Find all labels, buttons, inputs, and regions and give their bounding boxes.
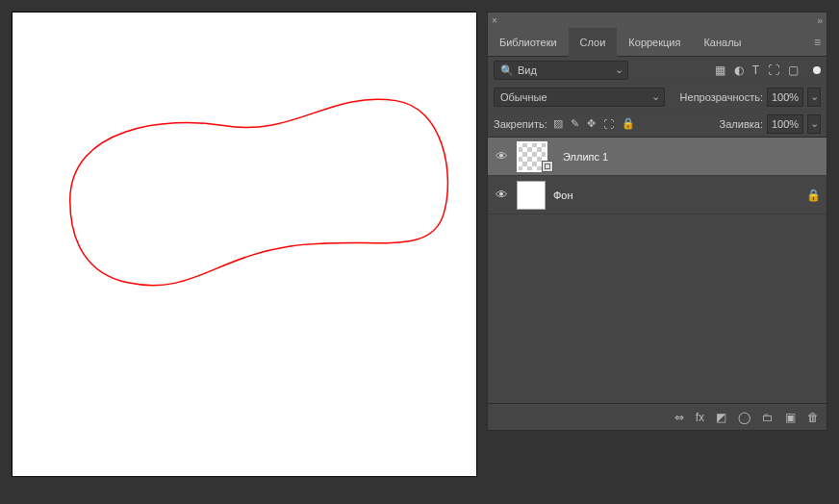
lock-icons: ▨ ✎ ✥ ⛶ 🔒 [553, 117, 635, 130]
filter-shape-icon[interactable]: ⛶ [768, 63, 779, 77]
visibility-icon[interactable]: 👁 [494, 149, 509, 164]
adjustment-layer-icon[interactable]: ◯ [738, 411, 750, 424]
layer-filter-select[interactable]: 🔍 Вид [494, 61, 628, 80]
layers-panel: × » Библиотеки Слои Коррекция Каналы ≡ 🔍… [487, 12, 827, 431]
lock-icon[interactable]: 🔒 [806, 189, 821, 202]
lock-label: Закрепить: [494, 118, 547, 130]
lock-transparency-icon[interactable]: ▨ [553, 117, 563, 130]
layer-thumbnail[interactable] [517, 181, 546, 210]
layer-filter-row: 🔍 Вид ▦ ◐ T ⛶ ▢ [488, 57, 826, 84]
blend-row: Обычные Непрозрачность: 100% ⌄ [488, 84, 826, 111]
blend-mode-select[interactable]: Обычные [494, 88, 665, 107]
group-icon[interactable]: 🗀 [762, 411, 774, 424]
filter-toggle-icon[interactable] [813, 66, 821, 74]
fx-icon[interactable]: fx [696, 411, 704, 424]
layer-name[interactable]: Эллипс 1 [563, 151, 821, 163]
lock-artboard-icon[interactable]: ⛶ [603, 118, 614, 130]
filter-image-icon[interactable]: ▦ [715, 63, 725, 77]
tab-correction[interactable]: Коррекция [617, 28, 692, 57]
fill-stepper[interactable]: ⌄ [807, 114, 821, 134]
layer-name[interactable]: Фон [553, 189, 799, 201]
layers-list: 👁 Эллипс 1 👁 Фон 🔒 [488, 138, 826, 403]
opacity-value[interactable]: 100% [767, 88, 803, 107]
filter-text-icon[interactable]: T [752, 63, 759, 77]
canvas-area [12, 12, 479, 492]
tab-libraries[interactable]: Библиотеки [488, 28, 569, 57]
opacity-stepper[interactable]: ⌄ [807, 88, 821, 107]
collapse-icon[interactable]: » [817, 15, 823, 26]
vector-mask-badge[interactable] [542, 161, 553, 172]
ellipse-shape-path[interactable] [70, 99, 448, 286]
close-icon[interactable]: × [492, 15, 817, 26]
link-layers-icon[interactable]: ⇔ [674, 411, 684, 424]
panel-titlebar: × » [488, 13, 826, 28]
add-mask-icon[interactable]: ◩ [716, 411, 726, 424]
panel-menu-icon[interactable]: ≡ [814, 36, 821, 49]
fill-label: Заливка: [720, 118, 763, 130]
filter-icon-strip: ▦ ◐ T ⛶ ▢ [715, 63, 821, 77]
filter-smart-icon[interactable]: ▢ [788, 63, 799, 77]
tab-layers[interactable]: Слои [569, 28, 618, 57]
visibility-icon[interactable]: 👁 [494, 188, 509, 202]
lock-pixels-icon[interactable]: ✎ [571, 117, 579, 130]
lock-row: Закрепить: ▨ ✎ ✥ ⛶ 🔒 Заливка: 100% ⌄ [488, 111, 826, 138]
panel-tabs: Библиотеки Слои Коррекция Каналы ≡ [488, 28, 826, 57]
opacity-label: Непрозрачность: [680, 91, 763, 103]
panel-footer: ⇔ fx ◩ ◯ 🗀 ▣ 🗑 [488, 403, 826, 430]
delete-layer-icon[interactable]: 🗑 [807, 411, 819, 424]
layer-row[interactable]: 👁 Эллипс 1 [488, 138, 826, 176]
new-layer-icon[interactable]: ▣ [785, 411, 796, 424]
lock-position-icon[interactable]: ✥ [587, 117, 596, 130]
lock-all-icon[interactable]: 🔒 [622, 117, 635, 130]
layer-filter-label: Вид [518, 62, 537, 79]
tab-channels[interactable]: Каналы [692, 28, 752, 57]
layer-row[interactable]: 👁 Фон 🔒 [488, 176, 826, 214]
search-icon: 🔍 [500, 62, 514, 79]
fill-value[interactable]: 100% [767, 114, 803, 134]
document-canvas[interactable] [12, 12, 477, 477]
filter-adjust-icon[interactable]: ◐ [734, 63, 744, 77]
